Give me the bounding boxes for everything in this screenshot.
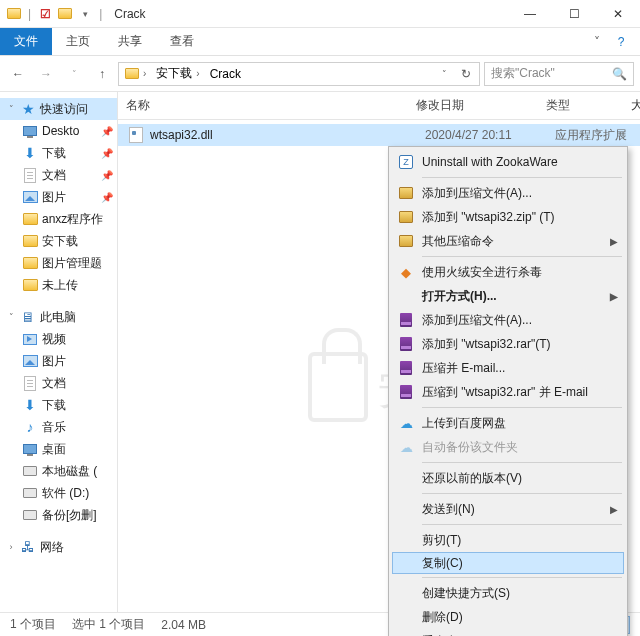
tab-share[interactable]: 共享	[104, 28, 156, 55]
cloud-icon: ☁	[397, 438, 415, 456]
search-icon[interactable]: 🔍	[612, 67, 627, 81]
col-extra[interactable]: 大	[623, 97, 640, 114]
refresh-button[interactable]: ↻	[455, 63, 477, 85]
help-icon[interactable]: ?	[610, 31, 632, 53]
minimize-button[interactable]: —	[508, 0, 552, 28]
menu-separator	[422, 577, 622, 578]
maximize-button[interactable]: ☐	[552, 0, 596, 28]
col-name[interactable]: 名称	[118, 97, 408, 114]
menu-shortcut[interactable]: 创建快捷方式(S)	[392, 581, 624, 605]
menu-copy[interactable]: 复制(C)	[392, 552, 624, 574]
chevron-right-icon[interactable]: ›	[196, 68, 199, 79]
tree-item[interactable]: 视频	[0, 328, 117, 350]
file-date: 2020/4/27 20:11	[425, 128, 555, 142]
window-title: Crack	[114, 7, 145, 21]
tree-item[interactable]: 备份[勿删]	[0, 504, 117, 526]
tree-item[interactable]: Deskto📌	[0, 120, 117, 142]
dll-file-icon	[128, 127, 144, 143]
tree-item[interactable]: 文档📌	[0, 164, 117, 186]
menu-upload-baidu[interactable]: ☁上传到百度网盘	[392, 411, 624, 435]
archive-icon	[397, 208, 415, 226]
pc-icon: 🖥	[20, 309, 36, 325]
tree-this-pc[interactable]: ˅ 🖥 此电脑	[0, 306, 117, 328]
tree-item[interactable]: 软件 (D:)	[0, 482, 117, 504]
menu-other-compress[interactable]: 其他压缩命令▶	[392, 229, 624, 253]
check-icon[interactable]: ☑	[37, 6, 53, 22]
menu-open-with[interactable]: 打开方式(H)...▶	[392, 284, 624, 308]
video-icon	[22, 331, 38, 347]
tree-item[interactable]: anxz程序作	[0, 208, 117, 230]
menu-separator	[422, 524, 622, 525]
file-row[interactable]: wtsapi32.dll 2020/4/27 20:11 应用程序扩展	[118, 124, 640, 146]
tree-item[interactable]: 图片📌	[0, 186, 117, 208]
music-icon: ♪	[22, 419, 38, 435]
desktop-icon	[22, 441, 38, 457]
ribbon: 文件 主页 共享 查看 ˅ ?	[0, 28, 640, 56]
up-button[interactable]: ↑	[90, 62, 114, 86]
tree-item[interactable]: 安下载	[0, 230, 117, 252]
tab-view[interactable]: 查看	[156, 28, 208, 55]
folder-icon	[22, 233, 38, 249]
tree-item[interactable]: ♪音乐	[0, 416, 117, 438]
chevron-right-icon[interactable]: ›	[6, 542, 16, 552]
folder-icon[interactable]	[57, 6, 73, 22]
rar-icon	[397, 335, 415, 353]
status-count: 1 个项目	[10, 616, 56, 633]
menu-add-rar[interactable]: 添加到 "wtsapi32.rar"(T)	[392, 332, 624, 356]
pin-icon: 📌	[101, 126, 113, 137]
menu-add-archive[interactable]: 添加到压缩文件(A)...	[392, 181, 624, 205]
search-input[interactable]: 搜索"Crack" 🔍	[484, 62, 634, 86]
menu-separator	[422, 256, 622, 257]
submenu-arrow-icon: ▶	[610, 291, 618, 302]
breadcrumb-segment[interactable]: Crack	[210, 67, 241, 81]
navigation-tree[interactable]: ˅ ★ 快速访问 Deskto📌 ⬇下载📌 文档📌 图片📌 anxz程序作 安下…	[0, 92, 118, 612]
address-bar[interactable]: › 安下载› Crack ˅ ↻	[118, 62, 480, 86]
rar-icon	[397, 359, 415, 377]
col-type[interactable]: 类型	[538, 97, 623, 114]
chevron-down-icon[interactable]: ˅	[6, 104, 16, 114]
menu-rename[interactable]: 重命名(M)	[392, 629, 624, 636]
menu-send-to[interactable]: 发送到(N)▶	[392, 497, 624, 521]
context-menu: ZUninstall with ZookaWare 添加到压缩文件(A)... …	[388, 146, 628, 636]
address-dropdown-icon[interactable]: ˅	[433, 63, 455, 85]
menu-separator	[422, 462, 622, 463]
breadcrumb-segment[interactable]: 安下载	[156, 65, 192, 82]
menu-add-archive-rar[interactable]: 添加到压缩文件(A)...	[392, 308, 624, 332]
chevron-right-icon[interactable]: ›	[143, 68, 146, 79]
tree-item[interactable]: 桌面	[0, 438, 117, 460]
tree-item[interactable]: ⬇下载	[0, 394, 117, 416]
network-icon: 🖧	[20, 539, 36, 555]
tree-item[interactable]: 图片	[0, 350, 117, 372]
tree-network[interactable]: › 🖧 网络	[0, 536, 117, 558]
folder-icon	[22, 277, 38, 293]
menu-add-zip[interactable]: 添加到 "wtsapi32.zip" (T)	[392, 205, 624, 229]
menu-compress-email[interactable]: 压缩并 E-mail...	[392, 356, 624, 380]
menu-delete[interactable]: 删除(D)	[392, 605, 624, 629]
column-headers[interactable]: 名称 修改日期 类型 大	[118, 92, 640, 120]
tree-item[interactable]: 本地磁盘 (	[0, 460, 117, 482]
tab-file[interactable]: 文件	[0, 28, 52, 55]
menu-separator	[422, 177, 622, 178]
recent-dropdown-icon[interactable]: ˅	[62, 62, 86, 86]
tree-item[interactable]: ⬇下载📌	[0, 142, 117, 164]
tree-quick-access[interactable]: ˅ ★ 快速访问	[0, 98, 117, 120]
desktop-icon	[22, 123, 38, 139]
chevron-down-icon[interactable]: ˅	[6, 312, 16, 322]
close-button[interactable]: ✕	[596, 0, 640, 28]
col-date[interactable]: 修改日期	[408, 97, 538, 114]
tree-item[interactable]: 文档	[0, 372, 117, 394]
menu-cut[interactable]: 剪切(T)	[392, 528, 624, 552]
menu-restore[interactable]: 还原以前的版本(V)	[392, 466, 624, 490]
tree-item[interactable]: 图片管理题	[0, 252, 117, 274]
menu-compress-rar-email[interactable]: 压缩到 "wtsapi32.rar" 并 E-mail	[392, 380, 624, 404]
tree-item[interactable]: 未上传	[0, 274, 117, 296]
tab-home[interactable]: 主页	[52, 28, 104, 55]
picture-icon	[22, 189, 38, 205]
qat-dropdown-icon[interactable]: ▾	[77, 6, 93, 22]
ribbon-expand-icon[interactable]: ˅	[586, 31, 608, 53]
drive-icon	[22, 507, 38, 523]
menu-scan[interactable]: ◆使用火绒安全进行杀毒	[392, 260, 624, 284]
back-button[interactable]: ←	[6, 62, 30, 86]
menu-uninstall[interactable]: ZUninstall with ZookaWare	[392, 150, 624, 174]
forward-button[interactable]: →	[34, 62, 58, 86]
